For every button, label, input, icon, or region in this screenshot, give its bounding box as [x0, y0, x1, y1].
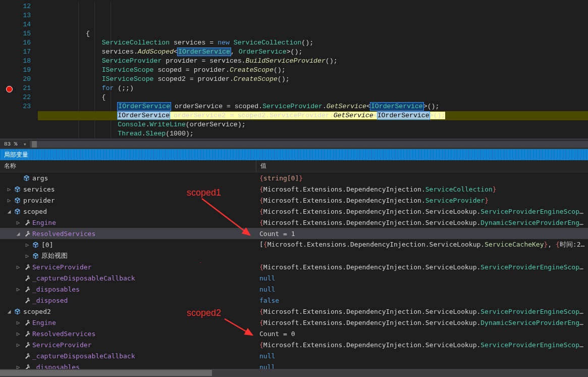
variable-icon — [13, 307, 21, 315]
locals-title-text: 局部变量 — [4, 151, 28, 159]
expander-icon[interactable]: ▷ — [14, 264, 22, 270]
property-icon — [22, 218, 30, 226]
locals-horizontal-scrollbar[interactable] — [0, 369, 588, 377]
zoom-percent: 83 % — [0, 141, 21, 147]
locals-row-ServiceProvider[interactable]: ▷ServiceProvider{Microsoft.Extensions.De… — [0, 261, 588, 272]
code-line-15[interactable]: ServiceProvider provider = services.Buil… — [38, 57, 588, 66]
locals-row--0-[interactable]: ▷[0][{Microsoft.Extensions.DependencyInj… — [0, 239, 588, 250]
property-icon — [22, 363, 30, 369]
var-name: scoped — [23, 208, 47, 215]
var-value: null — [256, 274, 588, 282]
line-number-gutter: 121314151617181920212223 — [0, 0, 38, 138]
var-value: [{Microsoft.Extensions.DependencyInjecti… — [256, 240, 588, 249]
var-name: _disposables — [32, 363, 80, 369]
code-line-14[interactable]: services.AddScoped<IOrderService, OrderS… — [38, 48, 588, 57]
property-icon — [22, 318, 30, 326]
code-line-13[interactable]: ServiceCollection services = new Service… — [38, 38, 588, 48]
locals-row-services[interactable]: ▷services{Microsoft.Extensions.Dependenc… — [0, 183, 588, 195]
var-name: scoped2 — [23, 308, 51, 315]
var-value: {Microsoft.Extensions.DependencyInjectio… — [256, 219, 588, 226]
code-line-19[interactable]: { — [38, 93, 588, 102]
var-value: Count = 1 — [256, 230, 588, 238]
expander-icon[interactable]: ▷ — [14, 219, 22, 226]
var-value: null — [256, 363, 588, 369]
editor-zoom-bar: 83 % ▾ — [0, 139, 588, 149]
var-name: args — [32, 174, 48, 182]
var-name: _disposed — [32, 297, 68, 304]
var-name: ResolvedServices — [32, 230, 95, 238]
col-name-header[interactable]: 名称 — [0, 160, 256, 172]
var-value: Count = 0 — [256, 330, 588, 338]
expander-icon[interactable]: ◢ — [5, 308, 13, 315]
property-icon — [22, 329, 30, 338]
locals-row-scoped[interactable]: ◢scoped{Microsoft.Extensions.DependencyI… — [0, 206, 588, 217]
locals-row--captureDisposableCallback[interactable]: ▷_captureDisposableCallbacknull — [0, 272, 588, 284]
expander-icon[interactable]: ▷ — [14, 319, 22, 326]
locals-row--disposables[interactable]: ▷_disposablesnull — [0, 361, 588, 369]
variable-icon — [13, 185, 21, 193]
expander-icon[interactable]: ▷ — [14, 286, 22, 293]
locals-row--disposables[interactable]: ▷_disposablesnull — [0, 284, 588, 295]
var-value: {Microsoft.Extensions.DependencyInjectio… — [256, 341, 588, 349]
locals-row-scoped2[interactable]: ◢scoped2{Microsoft.Extensions.Dependency… — [0, 306, 588, 317]
locals-row-ServiceProvider[interactable]: ▷ServiceProvider{Microsoft.Extensions.De… — [0, 339, 588, 350]
zoom-dropdown-icon[interactable]: ▾ — [21, 141, 28, 148]
var-name: _disposables — [32, 286, 80, 293]
code-line-16[interactable]: IServiceScope scoped = provider.CreateSc… — [38, 66, 588, 75]
code-line-17[interactable]: IServiceScope scoped2 = provider.CreateS… — [38, 75, 588, 84]
code-line-20[interactable]: IOrderService orderService = scoped.Serv… — [38, 102, 588, 111]
property-icon — [22, 229, 30, 238]
var-name: Engine — [32, 319, 56, 326]
expander-icon[interactable]: ◢ — [14, 230, 22, 237]
variable-icon — [22, 174, 30, 182]
property-icon — [22, 341, 30, 349]
variable-icon — [31, 252, 39, 260]
variable-icon — [31, 241, 39, 249]
expander-icon[interactable]: ▷ — [14, 364, 22, 369]
var-name: [0] — [41, 241, 53, 249]
var-name: 原始视图 — [41, 251, 68, 260]
expander-icon[interactable]: ▷ — [5, 186, 13, 193]
locals-row-Engine[interactable]: ▷Engine{Microsoft.Extensions.DependencyI… — [0, 317, 588, 328]
breakpoint-icon[interactable] — [6, 86, 13, 92]
expander-icon[interactable]: ▷ — [23, 253, 31, 259]
var-name: _captureDisposableCallback — [32, 352, 135, 360]
code-editor[interactable]: 121314151617181920212223 { ServiceCollec… — [0, 0, 588, 139]
code-line-23[interactable]: Thread.Sleep(1000); — [38, 129, 588, 138]
expander-icon[interactable]: ▷ — [23, 242, 31, 248]
var-name: ResolvedServices — [32, 330, 95, 338]
var-value: {Microsoft.Extensions.DependencyInjectio… — [256, 197, 588, 204]
expander-icon[interactable]: ▷ — [14, 342, 22, 348]
locals-row-Engine[interactable]: ▷Engine{Microsoft.Extensions.DependencyI… — [0, 217, 588, 228]
property-icon — [22, 263, 30, 271]
locals-row--disposed[interactable]: ▷_disposedfalse — [0, 295, 588, 306]
locals-row-ResolvedServices[interactable]: ▷ResolvedServicesCount = 0 — [0, 328, 588, 339]
variable-icon — [13, 207, 21, 215]
var-value: {Microsoft.Extensions.DependencyInjectio… — [256, 185, 588, 193]
locals-row-ResolvedServices[interactable]: ◢ResolvedServicesCount = 1 — [0, 228, 588, 239]
col-value-header[interactable]: 值 — [256, 160, 588, 172]
locals-row-args[interactable]: ▷args{string[0]} — [0, 172, 588, 183]
horizontal-scrollbar[interactable] — [30, 141, 588, 148]
locals-row--[interactable]: ▷原始视图 — [0, 250, 588, 261]
expander-icon[interactable]: ◢ — [5, 208, 13, 215]
code-line-18[interactable]: for (;;) — [38, 84, 588, 93]
locals-panel-title: 局部变量 — [0, 149, 588, 160]
expander-icon[interactable]: ▷ — [14, 331, 22, 337]
locals-row--captureDisposableCallback[interactable]: ▷_captureDisposableCallbacknull — [0, 350, 588, 361]
var-value: {Microsoft.Extensions.DependencyInjectio… — [256, 208, 588, 215]
variable-icon — [13, 196, 21, 204]
locals-tree[interactable]: scoped1 . scoped2 ▷args{string[0]}▷servi… — [0, 172, 588, 369]
var-value: null — [256, 286, 588, 293]
locals-row-provider[interactable]: ▷provider{Microsoft.Extensions.Dependenc… — [0, 195, 588, 206]
code-line-21[interactable]: IOrderService orderService2 = scoped2.Se… — [38, 111, 588, 120]
var-name: Engine — [32, 219, 56, 226]
code-line-22[interactable]: Console.WriteLine(orderService); — [38, 120, 588, 129]
code-line-12[interactable]: { — [38, 29, 588, 38]
var-value: {Microsoft.Extensions.DependencyInjectio… — [256, 308, 588, 315]
code-lines[interactable]: { ServiceCollection services = new Servi… — [38, 0, 588, 138]
expander-icon[interactable]: ▷ — [5, 197, 13, 204]
var-name: ServiceProvider — [32, 341, 91, 349]
var-value: false — [256, 297, 588, 304]
property-icon — [22, 285, 30, 293]
